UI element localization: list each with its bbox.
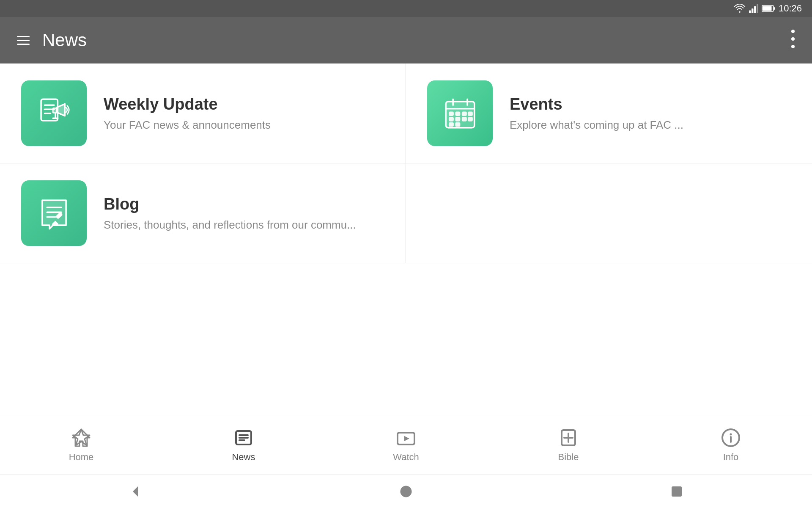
svg-rect-3 (757, 4, 758, 13)
svg-rect-14 (53, 108, 57, 113)
svg-rect-25 (449, 117, 453, 120)
svg-point-8 (791, 37, 795, 41)
news-cell-events[interactable]: Events Explore what's coming up at FAC .… (406, 64, 812, 163)
events-subtitle: Explore what's coming up at FAC ... (510, 119, 683, 132)
svg-rect-23 (462, 112, 466, 115)
app-bar: News (0, 17, 812, 64)
svg-rect-29 (449, 123, 453, 126)
hamburger-button[interactable] (13, 32, 34, 49)
page-title: News (42, 30, 787, 50)
weekly-update-subtitle: Your FAC news & announcements (104, 119, 271, 132)
nav-item-bible[interactable]: Bible (487, 423, 650, 467)
blog-subtitle: Stories, thoughts, and reflections from … (104, 218, 356, 232)
status-time: 10:26 (779, 3, 802, 14)
svg-rect-22 (456, 112, 459, 115)
svg-point-7 (791, 30, 795, 33)
bottom-navigation: Home News Watch (0, 415, 812, 474)
svg-rect-2 (754, 6, 756, 14)
watch-icon (395, 427, 417, 448)
svg-rect-6 (774, 7, 775, 10)
news-nav-icon (233, 427, 254, 448)
info-icon (720, 427, 741, 448)
blog-icon (35, 194, 73, 232)
events-title: Events (510, 95, 683, 113)
signal-icon (749, 4, 758, 13)
nav-label-watch: Watch (393, 452, 419, 463)
blog-text: Blog Stories, thoughts, and reflections … (104, 195, 356, 232)
status-icons: 10:26 (734, 3, 802, 14)
svg-point-9 (791, 45, 795, 48)
weekly-update-icon-box (21, 80, 87, 146)
svg-point-49 (730, 434, 731, 435)
svg-rect-24 (468, 112, 472, 115)
weekly-update-title: Weekly Update (104, 95, 271, 113)
svg-rect-1 (752, 8, 753, 13)
hamburger-line-3 (17, 44, 30, 45)
svg-rect-30 (456, 123, 459, 126)
wifi-icon (734, 4, 746, 13)
nav-label-news: News (232, 452, 255, 463)
battery-icon (762, 5, 775, 12)
hamburger-line-2 (17, 40, 30, 41)
system-nav-bar (0, 474, 812, 508)
svg-marker-50 (133, 486, 138, 497)
svg-point-51 (401, 486, 412, 497)
news-grid: Weekly Update Your FAC news & announceme… (0, 64, 812, 263)
empty-content-area (0, 263, 812, 415)
home-icon (71, 427, 92, 448)
announcement-icon (35, 94, 73, 133)
back-button[interactable] (123, 479, 148, 504)
nav-item-home[interactable]: Home (0, 423, 162, 467)
recents-button[interactable] (664, 479, 689, 504)
events-text: Events Explore what's coming up at FAC .… (510, 95, 683, 132)
blog-title: Blog (104, 195, 356, 213)
home-button[interactable] (393, 479, 419, 504)
hamburger-line-1 (17, 36, 30, 37)
svg-rect-0 (749, 10, 751, 13)
svg-rect-52 (672, 486, 682, 497)
svg-rect-5 (762, 6, 771, 11)
news-cell-weekly-update[interactable]: Weekly Update Your FAC news & announceme… (0, 64, 406, 163)
nav-item-news[interactable]: News (162, 423, 325, 467)
nav-label-info: Info (723, 452, 739, 463)
main-content: Weekly Update Your FAC news & announceme… (0, 64, 812, 415)
nav-item-info[interactable]: Info (650, 423, 812, 467)
bible-icon (558, 427, 579, 448)
svg-rect-21 (449, 112, 453, 115)
nav-item-watch[interactable]: Watch (325, 423, 487, 467)
news-cell-blog[interactable]: Blog Stories, thoughts, and reflections … (0, 163, 406, 263)
empty-cell (406, 163, 812, 263)
svg-rect-27 (462, 117, 466, 120)
events-icon-box (427, 80, 493, 146)
svg-rect-28 (468, 117, 472, 120)
more-options-button[interactable] (787, 25, 799, 55)
calendar-icon (441, 94, 479, 133)
svg-rect-26 (456, 117, 459, 120)
blog-icon-box (21, 180, 87, 246)
nav-label-bible: Bible (558, 452, 579, 463)
status-bar: 10:26 (0, 0, 812, 17)
weekly-update-text: Weekly Update Your FAC news & announceme… (104, 95, 271, 132)
nav-label-home: Home (69, 452, 94, 463)
svg-marker-43 (404, 436, 409, 441)
